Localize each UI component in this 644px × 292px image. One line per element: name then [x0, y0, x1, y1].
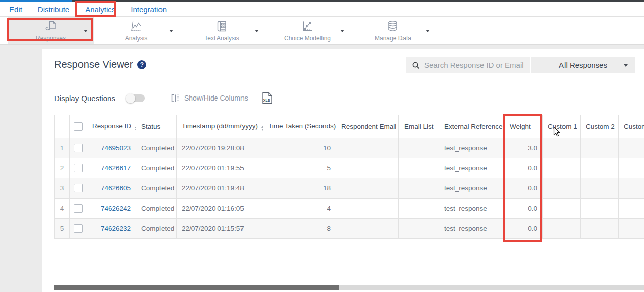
toolbar-item-analysis[interactable]: Analysis	[94, 17, 179, 44]
external-reference-cell: test_response	[439, 199, 505, 219]
custom3-cell	[619, 199, 644, 219]
col-respondent-email: Respondent Email	[336, 115, 399, 138]
sort-icon[interactable]	[261, 126, 263, 131]
custom3-cell	[619, 158, 644, 178]
select-all-checkbox[interactable]	[74, 122, 83, 131]
col-label: Custom 3	[624, 123, 644, 130]
custom2-cell	[581, 219, 619, 239]
status-cell: Completed	[136, 138, 177, 158]
row-checkbox[interactable]	[74, 184, 83, 192]
row-number: 1	[55, 138, 70, 158]
col-email-list: Email List	[399, 115, 439, 138]
col-response-id[interactable]: Response ID	[87, 115, 136, 138]
respondent-email-cell	[336, 199, 399, 219]
toolbar-item-manage-data[interactable]: Manage Data	[350, 17, 436, 44]
row-checkbox[interactable]	[74, 144, 83, 152]
columns-icon	[170, 93, 180, 103]
col-timestamp[interactable]: Timestamp (dd/mm/yyyy)	[177, 115, 263, 138]
toolbar-item-label: Manage Data	[375, 35, 411, 42]
chevron-down-icon	[624, 64, 628, 67]
time-taken-cell: 8	[263, 219, 336, 239]
status-cell: Completed	[136, 199, 177, 219]
respondent-email-cell	[336, 178, 399, 199]
toggle-knob	[126, 93, 135, 103]
time-taken-cell: 4	[263, 199, 336, 219]
nav-tab-analytics[interactable]: Analytics	[85, 5, 115, 14]
row-checkbox[interactable]	[74, 204, 83, 213]
email-list-cell	[399, 138, 439, 158]
toolbar-item-choice-modelling[interactable]: Choice Modelling	[265, 17, 350, 44]
external-reference-cell: test_response	[439, 158, 505, 178]
col-label: Timestamp (dd/mm/yyyy)	[182, 122, 258, 130]
row-checkbox[interactable]	[74, 224, 83, 233]
custom1-cell	[543, 219, 581, 239]
col-row-number	[55, 115, 70, 138]
response-id-link[interactable]: 74626242	[87, 199, 136, 219]
nav-tab-distribute[interactable]: Distribute	[38, 5, 69, 14]
custom1-cell	[543, 158, 581, 178]
response-filter-dropdown[interactable]: All Responses	[531, 57, 635, 73]
table-row: 2 74626617 Completed 22/07/2020 01:19:55…	[55, 158, 644, 178]
mouse-cursor	[553, 127, 561, 138]
chevron-down-icon[interactable]	[255, 30, 259, 32]
manage-data-icon	[386, 19, 400, 33]
custom3-cell	[619, 219, 644, 239]
toolbar-item-label: Analysis	[125, 35, 148, 42]
page-title: Response Viewer	[54, 59, 133, 70]
col-label: Weight	[510, 123, 531, 130]
chevron-down-icon[interactable]	[426, 30, 430, 32]
col-label: Custom 1	[548, 123, 577, 130]
show-hide-columns-button[interactable]: Show/Hide Columns	[170, 93, 248, 103]
help-icon[interactable]: ?	[137, 60, 146, 69]
toolbar-item-label: Text Analysis	[204, 35, 239, 42]
timestamp-cell: 22/07/2020 01:19:55	[177, 158, 263, 178]
status-cell: Completed	[136, 158, 177, 178]
status-cell: Completed	[136, 178, 177, 199]
time-taken-cell: 10	[263, 138, 336, 158]
table-row: 5 74626232 Completed 22/07/2020 01:15:57…	[55, 219, 644, 239]
nav-tab-edit[interactable]: Edit	[9, 5, 22, 14]
horizontal-scrollbar-thumb[interactable]	[54, 285, 339, 290]
col-label: Custom 2	[586, 123, 615, 130]
export-xls-button[interactable]: XLS	[262, 92, 273, 104]
custom3-cell	[619, 138, 644, 158]
chevron-down-icon[interactable]	[169, 30, 173, 32]
respondent-email-cell	[336, 138, 399, 158]
custom1-cell	[543, 138, 581, 158]
col-status: Status	[136, 115, 177, 138]
chevron-down-icon[interactable]	[340, 30, 344, 32]
response-filter-value: All Responses	[559, 61, 607, 69]
col-custom1: Custom 1	[543, 115, 581, 138]
display-questions-toggle[interactable]	[126, 94, 145, 102]
main-nav: Edit Distribute Analytics Integration	[0, 2, 644, 17]
response-id-link[interactable]: 74695023	[87, 138, 136, 158]
search-box[interactable]	[406, 57, 530, 73]
custom2-cell	[581, 178, 619, 199]
row-number: 4	[55, 199, 70, 219]
nav-tab-integration[interactable]: Integration	[131, 5, 167, 14]
weight-cell: 0.0	[505, 219, 543, 239]
response-id-link[interactable]: 74626605	[87, 178, 136, 199]
horizontal-scrollbar-track[interactable]	[54, 285, 644, 290]
response-id-link[interactable]: 74626232	[87, 219, 136, 239]
toolbar-item-responses[interactable]: Responses	[8, 17, 94, 44]
email-list-cell	[399, 158, 439, 178]
row-checkbox[interactable]	[74, 164, 83, 172]
search-input[interactable]	[424, 61, 530, 69]
email-list-cell	[399, 219, 439, 239]
row-number: 2	[55, 158, 70, 178]
search-icon	[412, 61, 420, 69]
col-select	[70, 115, 87, 138]
weight-cell: 0.0	[505, 178, 543, 199]
col-time-taken[interactable]: Time Taken (Seconds)	[263, 115, 336, 138]
row-select-cell	[70, 138, 87, 158]
response-id-link[interactable]: 74626617	[87, 158, 136, 178]
response-viewer-panel: Response Viewer ? All Responses Display …	[42, 49, 644, 292]
row-select-cell	[70, 178, 87, 199]
col-custom3: Custom 3	[619, 115, 644, 138]
external-reference-cell: test_response	[439, 138, 505, 158]
col-label: Email List	[404, 123, 434, 130]
toolbar-item-text-analysis[interactable]: Text Analysis	[179, 17, 265, 44]
chevron-down-icon[interactable]	[84, 30, 88, 32]
responses-table-wrap: Response ID Status Timestamp (dd/mm/yyyy…	[54, 115, 644, 289]
